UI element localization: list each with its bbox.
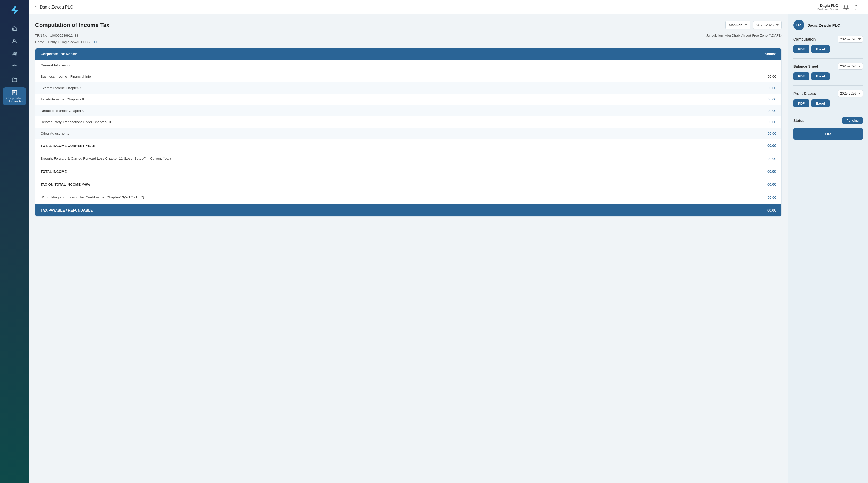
- balance-sheet-year-select[interactable]: 2025-2026: [838, 63, 863, 70]
- sidebar-item-folder[interactable]: [3, 74, 26, 85]
- table-footer-row: TAX PAYABLE / REFUNDABLE 00.00: [35, 204, 781, 217]
- topbar-chevron-icon[interactable]: ›: [35, 4, 37, 10]
- status-section: Status Pending: [793, 112, 863, 124]
- row-value: 00.00: [768, 75, 776, 78]
- profit-loss-buttons: PDF Excel: [793, 99, 863, 107]
- breadcrumb-home[interactable]: Home: [35, 40, 44, 44]
- row-label: Business Income - Financial Info: [40, 75, 91, 78]
- computation-section-title: Computation: [793, 37, 815, 41]
- computation-buttons: PDF Excel: [793, 45, 863, 53]
- row-value: 00.00: [768, 131, 776, 135]
- topbar-entity-title: Dagic Zewdu PLC: [40, 5, 814, 9]
- sidebar-item-label: Computation of Income tax: [5, 97, 24, 103]
- computation-section-header: Computation 2025-2026: [793, 36, 863, 43]
- page-header: Computation of Income Tax Mar-Feb 2025-2…: [35, 21, 782, 29]
- table-row: Business Income - Financial Info 00.00: [35, 71, 781, 83]
- table-row: Other Adjustments 00.00: [35, 128, 781, 139]
- jurisdiction: Jurisdiction- Abu Dhabi Airport Free Zon…: [706, 34, 782, 37]
- svg-point-2: [15, 53, 17, 54]
- table-row: Taxability as per Chapter - 8 00.00: [35, 94, 781, 105]
- balance-sheet-title: Balance Sheet: [793, 64, 818, 68]
- profit-loss-excel-button[interactable]: Excel: [811, 99, 830, 107]
- withholding-value: 00.00: [768, 196, 776, 199]
- status-badge: Pending: [842, 117, 863, 124]
- tax-on-total-row: TAX ON TOTAL INCOME @9% 00.00: [35, 178, 781, 191]
- profit-loss-pdf-button[interactable]: PDF: [793, 99, 809, 107]
- divider-2: [793, 86, 863, 86]
- content-area: Computation of Income Tax Mar-Feb 2025-2…: [29, 14, 868, 483]
- table-row: Deductions under Chapter-9 00.00: [35, 105, 781, 117]
- row-label: Taxability as per Chapter - 8: [40, 97, 84, 101]
- table-header: Corporate Tax Return Income: [35, 48, 781, 60]
- breadcrumb-coi[interactable]: COI: [92, 40, 98, 44]
- status-label: Status: [793, 119, 804, 123]
- profit-loss-title: Profit & Loss: [793, 91, 816, 96]
- right-panel: DZ Dagic Zewdu PLC Computation 2025-2026…: [788, 14, 868, 483]
- total-income-value: 00.00: [767, 169, 776, 173]
- profit-loss-header: Profit & Loss 2025-2026: [793, 90, 863, 97]
- sidebar-navigation: Computation of Income tax: [0, 23, 29, 479]
- topbar: › Dagic Zewdu PLC Dagic PLC Business Own…: [29, 0, 868, 14]
- sidebar-item-users[interactable]: [3, 49, 26, 59]
- total-income-row: TOTAL INCOME 00.00: [35, 165, 781, 178]
- sidebar-item-home[interactable]: [3, 23, 26, 34]
- balance-sheet-pdf-button[interactable]: PDF: [793, 72, 809, 80]
- month-filter-select[interactable]: Mar-Feb: [725, 21, 750, 29]
- computation-year-select[interactable]: 2025-2026: [838, 36, 863, 43]
- power-icon[interactable]: [854, 3, 862, 11]
- tax-on-total-value: 00.00: [767, 182, 776, 187]
- total-current-year-value: 00.00: [767, 143, 776, 148]
- bell-icon[interactable]: [842, 3, 850, 11]
- row-label: Related Party Transactions under Chapter…: [40, 120, 111, 124]
- row-label: Other Adjustments: [40, 131, 69, 135]
- right-panel-entity: DZ Dagic Zewdu PLC: [793, 20, 863, 30]
- total-current-year-label: TOTAL INCOME CURRENT YEAR: [40, 144, 95, 148]
- brought-forward-value: 00.00: [768, 157, 776, 161]
- entity-avatar: DZ: [793, 20, 804, 30]
- topbar-user-role: Business Owner: [817, 8, 838, 11]
- entity-initials: DZ: [797, 23, 801, 27]
- balance-sheet-section: Balance Sheet 2025-2026 PDF Excel: [793, 63, 863, 80]
- footer-label: TAX PAYABLE / REFUNDABLE: [40, 208, 93, 212]
- table-row: Related Party Transactions under Chapter…: [35, 117, 781, 128]
- withholding-row: Withholding and Foreign Tax Credit as pe…: [35, 191, 781, 204]
- table-header-label: Corporate Tax Return: [40, 52, 78, 56]
- profit-loss-section: Profit & Loss 2025-2026 PDF Excel: [793, 90, 863, 107]
- tax-on-total-label: TAX ON TOTAL INCOME @9%: [40, 183, 90, 187]
- balance-sheet-excel-button[interactable]: Excel: [811, 72, 830, 80]
- total-income-current-year-row: TOTAL INCOME CURRENT YEAR 00.00: [35, 139, 781, 152]
- row-value: 00.00: [768, 120, 776, 124]
- brought-forward-label: Brought Forward & Carried Forward Loss C…: [40, 156, 171, 161]
- divider-1: [793, 58, 863, 59]
- svg-rect-3: [12, 66, 17, 69]
- entity-name: Dagic Zewdu PLC: [807, 23, 840, 27]
- profit-loss-year-select[interactable]: 2025-2026: [838, 90, 863, 97]
- table-header-value: Income: [764, 52, 776, 56]
- tax-table: Corporate Tax Return Income General Info…: [35, 48, 782, 217]
- brought-forward-row: Brought Forward & Carried Forward Loss C…: [35, 152, 781, 165]
- topbar-right: Dagic PLC Business Owner: [817, 3, 862, 11]
- row-value: 00.00: [768, 109, 776, 112]
- computation-pdf-button[interactable]: PDF: [793, 45, 809, 53]
- sidebar-item-briefcase[interactable]: [3, 62, 26, 72]
- svg-point-0: [13, 39, 15, 41]
- total-income-label: TOTAL INCOME: [40, 170, 67, 173]
- year-filter-select[interactable]: 2025-2026: [753, 21, 782, 29]
- row-label: Exempt Income Chapter-7: [40, 86, 82, 90]
- computation-excel-button[interactable]: Excel: [811, 45, 830, 53]
- trn-number: TRN No.- 100000239912488: [35, 34, 78, 37]
- svg-point-1: [13, 52, 14, 54]
- balance-sheet-buttons: PDF Excel: [793, 72, 863, 80]
- breadcrumb-dagic[interactable]: Dagic Zewdu PLC: [60, 40, 88, 44]
- meta-info: TRN No.- 100000239912488 Jurisdiction- A…: [35, 34, 782, 37]
- file-button[interactable]: File: [793, 128, 863, 140]
- withholding-label: Withholding and Foreign Tax Credit as pe…: [40, 195, 144, 200]
- breadcrumb-entity[interactable]: Entity: [48, 40, 57, 44]
- sidebar-item-user[interactable]: [3, 36, 26, 46]
- breadcrumb: Home / Entity / Dagic Zewdu PLC / COI: [35, 40, 782, 44]
- sidebar-item-computation[interactable]: Computation of Income tax: [3, 87, 26, 105]
- row-value: 00.00: [768, 97, 776, 101]
- sidebar: Computation of Income tax: [0, 0, 29, 483]
- table-row: General Information: [35, 60, 781, 71]
- main-wrapper: › Dagic Zewdu PLC Dagic PLC Business Own…: [29, 0, 868, 483]
